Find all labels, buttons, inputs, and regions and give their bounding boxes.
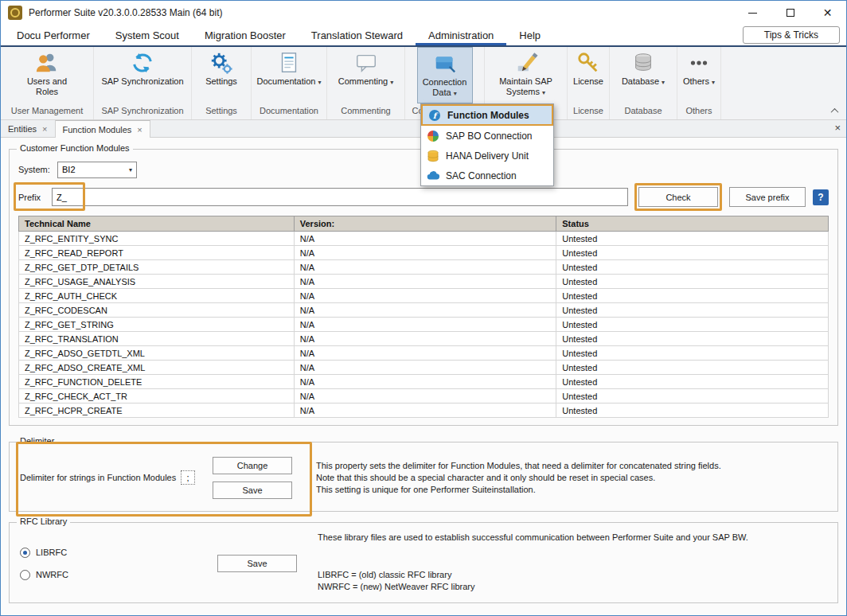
prefix-label: Prefix [18, 193, 52, 202]
table-row[interactable]: Z_RFC_ADSO_GETDTL_XMLN/AUntested [19, 346, 829, 361]
commenting-button[interactable]: Commenting ▾ [327, 47, 404, 103]
menu-help[interactable]: Help [506, 25, 553, 45]
users-and-roles-button[interactable]: Users and Roles [1, 47, 93, 103]
table-cell: Untested [556, 404, 829, 418]
save-rfc-library-button[interactable]: Save [217, 555, 297, 572]
column-header-status[interactable]: Status [556, 216, 829, 232]
database-button[interactable]: Database ▾ [610, 47, 677, 103]
table-row[interactable]: Z_RFC_CHECK_ACT_TRN/AUntested [19, 389, 829, 404]
ribbon-button-label: Commenting ▾ [338, 76, 393, 88]
column-header-version[interactable]: Version: [294, 216, 556, 232]
license-button[interactable]: License [568, 47, 609, 103]
key-icon [576, 51, 600, 75]
menu-administration[interactable]: Administration [416, 25, 506, 45]
close-icon[interactable]: × [42, 124, 47, 134]
nwrfc-radio[interactable]: NWRFC [20, 570, 217, 580]
label-text: Others [683, 76, 709, 86]
settings-button[interactable]: Settings [192, 47, 251, 103]
system-combobox[interactable]: BI2 ▾ [57, 162, 137, 178]
maximize-button[interactable] [771, 1, 809, 25]
ribbon-group-sap-synchronization: SAP Synchronization SAP Synchronization [94, 47, 192, 119]
table-row[interactable]: Z_RFC_GET_STRINGN/AUntested [19, 318, 829, 332]
table-row[interactable]: Z_RFC_USAGE_ANALYSISN/AUntested [19, 275, 829, 289]
table-row[interactable]: Z_RFC_GET_DTP_DETAILSN/AUntested [19, 260, 829, 275]
close-button[interactable]: ✕ [809, 1, 846, 25]
chevron-down-icon[interactable]: ▾ [129, 166, 132, 173]
app-logo-icon [8, 6, 22, 20]
group-label: Settings [192, 103, 251, 119]
save-delimiter-button[interactable]: Save [213, 481, 292, 499]
librfc-radio[interactable]: LIBRFC [20, 548, 217, 558]
hana-delivery-unit-icon [427, 150, 439, 162]
change-button[interactable]: Change [213, 457, 292, 474]
menu-item-sap-bo-connection[interactable]: SAP BO Connection [421, 126, 553, 146]
tab-function-modules[interactable]: Function Modules × [56, 120, 150, 138]
group-label: SAP Synchronization [94, 103, 191, 119]
table-cell: N/A [294, 260, 556, 275]
ribbon-group-others: Others ▾ Others [677, 47, 721, 119]
maximize-icon [786, 9, 794, 17]
chevron-down-icon: ▾ [454, 90, 457, 97]
app-window: Performer Suite v20.3.0.0.28533 Main (64… [0, 0, 847, 616]
save-prefix-button[interactable]: Save prefix [729, 187, 806, 207]
group-title: Customer Function Modules [17, 143, 133, 153]
prefix-row: Prefix Check Save prefix ? [18, 186, 829, 208]
tab-label: Entities [8, 124, 37, 134]
menu-system-scout[interactable]: System Scout [103, 25, 192, 45]
table-cell: N/A [294, 361, 556, 375]
table-cell: N/A [294, 275, 556, 289]
group-label: Others [677, 103, 720, 119]
table-cell: N/A [294, 318, 556, 332]
group-label: Documentation [252, 103, 326, 119]
menu-item-sac-connection[interactable]: SAC Connection [421, 166, 553, 185]
menu-docu-performer[interactable]: Docu Performer [4, 25, 103, 45]
connection-data-button[interactable]: Connection Data ▾ [417, 47, 473, 103]
close-icon[interactable]: × [137, 125, 142, 135]
rfc-library-group: RFC Library LIBRFC NWRFC Save These libr… [9, 522, 838, 603]
group-title: RFC Library [17, 517, 70, 526]
menu-item-hana-delivery-unit[interactable]: HANA Delivery Unit [421, 146, 553, 166]
ribbon-button-label: Connection Data ▾ [419, 77, 471, 99]
minimize-button[interactable] [734, 1, 771, 25]
close-pane-icon[interactable]: × [834, 122, 841, 134]
delimiter-input[interactable] [181, 470, 195, 485]
check-button[interactable]: Check [638, 187, 718, 207]
group-label: License [568, 103, 609, 119]
rfc-options: LIBRFC NWRFC [20, 531, 217, 596]
highlight-annotation: Check [634, 183, 722, 211]
title-bar: Performer Suite v20.3.0.0.28533 Main (64… [1, 1, 846, 25]
system-label: System: [18, 165, 50, 174]
delimiter-description: This property sets the delimiter for Fun… [300, 450, 827, 505]
customer-function-modules-group: Customer Function Modules System: BI2 ▾ … [9, 149, 838, 426]
ribbon-collapse-button[interactable] [832, 108, 838, 115]
help-icon[interactable]: ? [813, 189, 829, 205]
group-label: User Management [1, 103, 93, 119]
table-cell: N/A [294, 346, 556, 361]
table-row[interactable]: Z_RFC_TRANSLATIONN/AUntested [19, 332, 829, 346]
tab-entities[interactable]: Entities × [1, 120, 56, 137]
table-row[interactable]: Z_RFC_ADSO_CREATE_XMLN/AUntested [19, 361, 829, 375]
table-row[interactable]: Z_RFC_HCPR_CREATEN/AUntested [19, 404, 829, 418]
documentation-button[interactable]: Documentation ▾ [252, 47, 326, 103]
menu-migration-booster[interactable]: Migration Booster [192, 25, 299, 45]
column-header-technical-name[interactable]: Technical Name [19, 216, 295, 232]
table-cell: Untested [556, 346, 829, 361]
sap-synchronization-button[interactable]: SAP Synchronization [94, 47, 191, 103]
others-button[interactable]: Others ▾ [677, 47, 720, 103]
chevron-down-icon: ▾ [662, 79, 665, 86]
ribbon-button-label: Database ▾ [622, 76, 665, 88]
ribbon-group-documentation: Documentation ▾ Documentation [252, 47, 327, 119]
menu-item-function-modules[interactable]: f Function Modules [421, 104, 553, 126]
database-icon [631, 51, 655, 75]
table-row[interactable]: Z_RFC_CODESCANN/AUntested [19, 303, 829, 318]
maintain-sap-systems-button[interactable]: Maintain SAP Systems ▾ [485, 47, 567, 103]
menu-translation-steward[interactable]: Translation Steward [299, 25, 416, 45]
description-line: This setting is unique for one Performer… [316, 484, 827, 496]
tips-and-tricks-button[interactable]: Tips & Tricks [743, 26, 840, 44]
table-row[interactable]: Z_RFC_FUNCTION_DELETEN/AUntested [19, 375, 829, 389]
table-row[interactable]: Z_RFC_READ_REPORTN/AUntested [19, 246, 829, 260]
table-row[interactable]: Z_RFC_ENTITY_SYNCN/AUntested [19, 232, 829, 246]
prefix-input[interactable] [52, 188, 628, 206]
legend-line: NWRFC = (new) NetWeaver RFC library [318, 581, 827, 593]
table-row[interactable]: Z_RFC_AUTH_CHECKN/AUntested [19, 289, 829, 303]
